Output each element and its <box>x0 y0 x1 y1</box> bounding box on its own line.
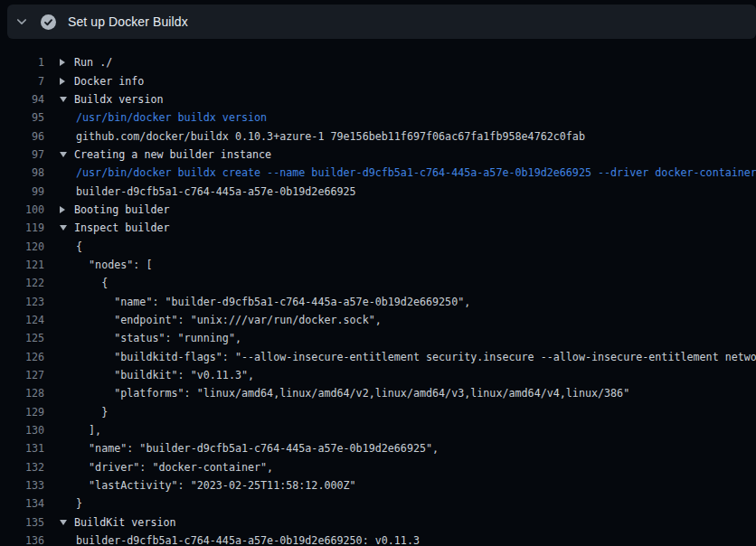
log-text: builder-d9cfb5a1-c764-445a-a57e-0b19d2e6… <box>74 185 356 198</box>
line-number[interactable]: 130 <box>0 424 44 437</box>
log-text: Creating a new builder instance <box>74 148 271 161</box>
line-number[interactable]: 1 <box>0 56 44 69</box>
triangle-down-icon[interactable] <box>60 520 67 525</box>
log-group-row[interactable]: 1Run ./ <box>0 53 756 71</box>
log-lines: 1Run ./7Docker info94Buildx version95/us… <box>0 39 756 546</box>
log-text: Run ./ <box>74 56 112 69</box>
log-row: 122 { <box>0 274 756 292</box>
line-number[interactable]: 100 <box>0 203 44 216</box>
log-text: "buildkitd-flags": "--allow-insecure-ent… <box>74 351 756 363</box>
log-text: "name": "builder-d9cfb5a1-c764-445a-a57e… <box>74 442 439 455</box>
log-row: 134} <box>0 494 756 513</box>
line-number[interactable]: 131 <box>0 442 44 455</box>
log-row: 128 "platforms": "linux/amd64,linux/amd6… <box>0 384 756 402</box>
log-text: "name": "builder-d9cfb5a1-c764-445a-a57e… <box>74 296 470 308</box>
triangle-down-icon[interactable] <box>60 152 67 157</box>
log-row: 99builder-d9cfb5a1-c764-445a-a57e-0b19d2… <box>0 182 756 200</box>
log-text: ], <box>74 424 101 437</box>
log-group-row[interactable]: 100Booting builder <box>0 201 756 219</box>
log-row: 127 "buildkit": "v0.11.3", <box>0 366 756 384</box>
triangle-down-icon[interactable] <box>60 97 67 102</box>
line-number[interactable]: 126 <box>0 351 44 363</box>
line-number[interactable]: 96 <box>0 130 44 143</box>
log-row: 126 "buildkitd-flags": "--allow-insecure… <box>0 348 756 366</box>
log-text: Inspect builder <box>74 221 170 234</box>
log-row: 120{ <box>0 237 756 255</box>
log-row: 96github.com/docker/buildx 0.10.3+azure-… <box>0 127 756 145</box>
group-toggle[interactable] <box>44 206 74 213</box>
log-text: "endpoint": "unix:///var/run/docker.sock… <box>74 314 382 326</box>
line-number[interactable]: 7 <box>0 75 44 88</box>
log-text: "platforms": "linux/amd64,linux/amd64/v2… <box>74 387 629 400</box>
log-row: 133 "lastActivity": "2023-02-25T11:58:12… <box>0 476 756 494</box>
group-toggle[interactable] <box>44 78 74 85</box>
log-command-text: /usr/bin/docker buildx version <box>74 111 267 124</box>
line-number[interactable]: 98 <box>0 166 44 179</box>
log-row: 136builder-d9cfb5a1-c764-445a-a57e-0b19d… <box>0 532 756 546</box>
log-text: github.com/docker/buildx 0.10.3+azure-1 … <box>74 130 585 143</box>
log-text: Docker info <box>74 75 144 88</box>
line-number[interactable]: 128 <box>0 387 44 400</box>
log-text: "buildkit": "v0.11.3", <box>74 369 254 381</box>
log-row: 131 "name": "builder-d9cfb5a1-c764-445a-… <box>0 439 756 457</box>
triangle-down-icon[interactable] <box>60 225 67 231</box>
log-text: { <box>74 277 108 289</box>
log-text: "nodes": [ <box>74 259 152 271</box>
line-number[interactable]: 127 <box>0 369 44 381</box>
log-row: 124 "endpoint": "unix:///var/run/docker.… <box>0 311 756 329</box>
log-text: builder-d9cfb5a1-c764-445a-a57e-0b19d2e6… <box>74 534 420 546</box>
line-number[interactable]: 124 <box>0 314 44 326</box>
line-number[interactable]: 123 <box>0 296 44 308</box>
log-group-row[interactable]: 97Creating a new builder instance <box>0 146 756 164</box>
log-row: 123 "name": "builder-d9cfb5a1-c764-445a-… <box>0 292 756 310</box>
log-text: "lastActivity": "2023-02-25T11:58:12.000… <box>74 479 356 492</box>
line-number[interactable]: 136 <box>0 534 44 546</box>
line-number[interactable]: 132 <box>0 461 44 474</box>
log-row: 129 } <box>0 403 756 421</box>
step-header[interactable]: Set up Docker Buildx <box>7 5 756 39</box>
log-group-row[interactable]: 7Docker info <box>0 71 756 89</box>
group-toggle[interactable] <box>44 97 74 102</box>
group-toggle[interactable] <box>44 225 74 231</box>
line-number[interactable]: 97 <box>0 148 44 161</box>
line-number[interactable]: 133 <box>0 479 44 492</box>
log-row: 98/usr/bin/docker buildx create --name b… <box>0 164 756 182</box>
log-text: "status": "running", <box>74 332 241 344</box>
log-group-row[interactable]: 135BuildKit version <box>0 513 756 532</box>
log-command-text: /usr/bin/docker buildx create --name bui… <box>74 166 756 179</box>
line-number[interactable]: 119 <box>0 221 44 234</box>
log-row: 125 "status": "running", <box>0 329 756 347</box>
check-circle-icon <box>41 14 56 30</box>
chevron-down-icon <box>14 14 29 29</box>
triangle-right-icon[interactable] <box>60 59 65 66</box>
line-number[interactable]: 122 <box>0 277 44 289</box>
log-text: } <box>74 406 108 419</box>
step-title: Set up Docker Buildx <box>68 14 188 29</box>
log-text: BuildKit version <box>74 516 176 529</box>
log-text: { <box>74 240 82 253</box>
line-number[interactable]: 95 <box>0 111 44 124</box>
line-number[interactable]: 120 <box>0 240 44 253</box>
log-row: 121 "nodes": [ <box>0 256 756 274</box>
triangle-right-icon[interactable] <box>60 206 65 213</box>
log-row: 132 "driver": "docker-container", <box>0 458 756 476</box>
line-number[interactable]: 94 <box>0 93 44 106</box>
group-toggle[interactable] <box>44 59 74 66</box>
log-text: Booting builder <box>74 203 170 216</box>
log-text: "driver": "docker-container", <box>74 461 273 474</box>
log-text: } <box>74 497 82 510</box>
line-number[interactable]: 99 <box>0 185 44 198</box>
line-number[interactable]: 135 <box>0 516 44 529</box>
group-toggle[interactable] <box>44 152 74 157</box>
triangle-right-icon[interactable] <box>60 78 65 85</box>
log-group-row[interactable]: 94Buildx version <box>0 90 756 108</box>
log-group-row[interactable]: 119Inspect builder <box>0 219 756 237</box>
log-row: 130 ], <box>0 421 756 439</box>
line-number[interactable]: 125 <box>0 332 44 344</box>
log-row: 95/usr/bin/docker buildx version <box>0 108 756 127</box>
log-text: Buildx version <box>74 93 164 106</box>
line-number[interactable]: 134 <box>0 497 44 510</box>
line-number[interactable]: 121 <box>0 259 44 271</box>
group-toggle[interactable] <box>44 520 74 525</box>
line-number[interactable]: 129 <box>0 406 44 419</box>
